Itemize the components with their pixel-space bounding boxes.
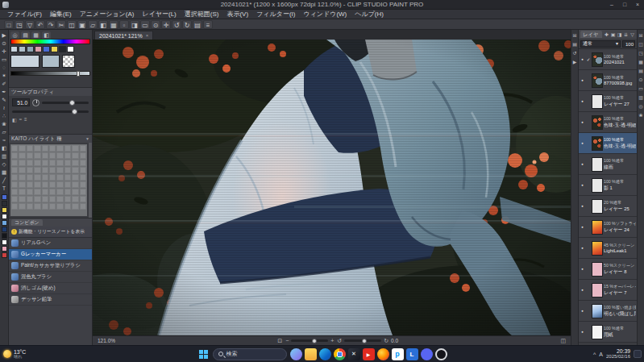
color-set-swatch[interactable] <box>27 181 33 188</box>
tab-layer[interactable]: レイヤー <box>580 31 602 38</box>
stabilization-icon[interactable]: ≈ <box>19 117 22 123</box>
color-swatch[interactable] <box>2 246 7 252</box>
eye-icon[interactable]: ● <box>580 57 585 61</box>
workspace-settings-icon[interactable]: ≡ <box>203 20 213 29</box>
brush-size-slider[interactable] <box>42 102 89 104</box>
layer-row[interactable]: ●100 %通常87700938.jpg <box>579 70 637 91</box>
rotate-right-icon[interactable]: ↻ <box>384 338 388 344</box>
color-set-swatch[interactable] <box>72 152 78 159</box>
color-set-swatch[interactable] <box>11 181 18 188</box>
color-swatch[interactable] <box>2 214 7 219</box>
fill-icon[interactable]: ◧ <box>98 20 108 29</box>
color-swatch[interactable] <box>2 252 7 258</box>
layer-row[interactable]: ●100 %通常影 1 <box>579 175 637 196</box>
color-set-swatch[interactable] <box>49 145 56 152</box>
color-set-swatch[interactable] <box>72 189 78 195</box>
color-set-swatch[interactable] <box>42 167 48 173</box>
eye-icon[interactable]: ● <box>580 99 585 103</box>
explorer-app-icon[interactable] <box>305 348 317 360</box>
blend-tool-icon[interactable]: ≈ <box>0 136 8 144</box>
selection-tool-icon[interactable]: ▭ <box>0 56 8 63</box>
color-set-swatch[interactable] <box>56 152 63 159</box>
color-swatch[interactable] <box>2 227 7 232</box>
gradient-tool-icon[interactable]: ▥ <box>0 152 8 160</box>
anti-aliasing-icon[interactable]: ◧ <box>12 117 17 123</box>
menu-item[interactable]: ウィンドウ(W) <box>299 10 351 19</box>
value-slider-knob[interactable] <box>77 71 80 77</box>
color-swatch[interactable] <box>2 201 7 206</box>
maximize-button[interactable]: □ <box>618 0 631 9</box>
menu-item[interactable]: 表示(V) <box>222 10 252 19</box>
select-all-icon[interactable]: ▦ <box>109 20 118 29</box>
color-set-swatch[interactable] <box>49 181 56 188</box>
color-set-swatch[interactable] <box>34 152 40 159</box>
layer-row[interactable]: ●100 %通常色味-玉-透-明細 2 <box>579 112 637 133</box>
color-set-swatch[interactable] <box>49 152 56 159</box>
firefox-app-icon[interactable] <box>377 348 389 360</box>
color-set-swatch[interactable] <box>34 181 40 188</box>
color-swatch[interactable] <box>2 220 7 226</box>
color-set-swatch[interactable] <box>42 160 48 166</box>
color-set-swatch[interactable] <box>27 203 33 210</box>
subtool-item[interactable]: 消しゴム(硬め) <box>9 283 92 294</box>
subtool-item[interactable]: Paint/カサカサ塗りブラシ <box>9 260 92 272</box>
color-history-swatch[interactable] <box>43 46 50 52</box>
redo-icon[interactable]: ↷ <box>46 20 56 29</box>
color-set-swatch[interactable] <box>80 174 86 181</box>
eye-icon[interactable]: ● <box>580 204 585 208</box>
decoration-tool-icon[interactable]: ❀ <box>0 120 8 127</box>
transparent-color-swatch[interactable] <box>62 55 75 68</box>
brush-tool-icon[interactable]: ≀ <box>0 104 8 111</box>
brush-size-knob[interactable] <box>69 100 75 106</box>
sub-tool-group-tab[interactable]: コンビポン <box>11 219 43 226</box>
layer-row[interactable]: ●45 %スクリーンLightLeak1 <box>579 238 637 259</box>
discord-app-icon[interactable] <box>421 348 433 360</box>
grid-icon[interactable]: ▤ <box>193 20 202 29</box>
edge-app-icon[interactable] <box>319 348 331 360</box>
canvas-viewport[interactable] <box>93 40 571 335</box>
main-color-swatch[interactable] <box>10 55 39 68</box>
operation-tool-icon[interactable]: ▶ <box>0 31 8 39</box>
color-set-swatch[interactable] <box>42 174 48 181</box>
zoom-out-icon[interactable]: − <box>285 338 289 343</box>
obs-app-icon[interactable] <box>435 348 447 360</box>
menu-item[interactable]: アニメーション(A) <box>76 10 139 19</box>
ime-indicator[interactable]: A <box>599 352 603 357</box>
color-set-swatch[interactable] <box>42 181 48 188</box>
quick-access-icon[interactable]: ⊞ <box>571 32 578 39</box>
weather-widget[interactable]: 13°C 晴れ <box>3 349 26 360</box>
item-bank-icon[interactable]: ▦ <box>638 59 644 65</box>
color-set-swatch[interactable] <box>64 189 71 195</box>
menu-item[interactable]: レイヤー(L) <box>138 10 180 19</box>
zoom-slider-knob[interactable] <box>312 339 317 343</box>
color-set-swatch[interactable] <box>80 167 86 173</box>
color-swatch[interactable] <box>2 207 7 213</box>
fill-tool-icon[interactable]: ◧ <box>0 144 8 152</box>
color-set-swatch[interactable] <box>49 196 56 202</box>
color-set-swatch[interactable] <box>27 160 33 166</box>
eye-icon[interactable]: ● <box>580 141 585 145</box>
color-set-swatch[interactable] <box>64 167 71 173</box>
subtool-item[interactable]: リアルGペン <box>9 238 92 249</box>
hand-tool-icon[interactable]: ✛ <box>161 20 171 29</box>
color-set-swatch[interactable] <box>27 196 33 202</box>
eye-icon[interactable]: ● <box>580 225 585 229</box>
color-set-swatch[interactable] <box>72 203 78 210</box>
color-set-scrollbar[interactable] <box>89 143 92 218</box>
pixiv-app-icon[interactable]: p <box>392 348 404 360</box>
brush-size-value[interactable]: 51.0 <box>12 98 30 106</box>
color-set-swatch[interactable] <box>27 167 33 173</box>
color-set-swatch[interactable] <box>72 174 78 181</box>
search-layer-icon[interactable]: ⊙ <box>638 77 644 83</box>
save-icon[interactable]: ▽ <box>25 20 35 29</box>
color-set-swatch[interactable] <box>80 203 86 210</box>
invert-selection-icon[interactable]: ◨ <box>130 20 139 29</box>
color-set-swatch[interactable] <box>64 196 71 202</box>
color-set-swatch[interactable] <box>27 145 33 152</box>
new-layer-icon[interactable]: ✚ <box>604 31 609 38</box>
color-swatch[interactable] <box>2 194 7 200</box>
color-set-swatch[interactable] <box>56 196 63 202</box>
menu-item[interactable]: 選択範囲(S) <box>181 10 223 19</box>
sub-color-swatch[interactable] <box>42 55 60 68</box>
color-set-swatch[interactable] <box>42 152 48 159</box>
